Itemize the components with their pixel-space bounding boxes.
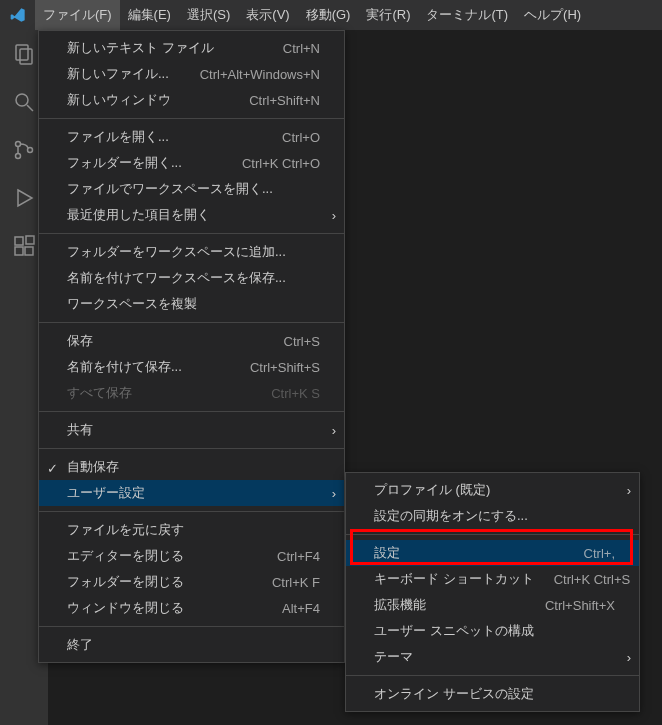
- menuitem-auto-save[interactable]: ✓自動保存: [39, 454, 344, 480]
- menuitem-snippets[interactable]: ユーザー スニペットの構成: [346, 618, 639, 644]
- menuitem-save[interactable]: 保存Ctrl+S: [39, 328, 344, 354]
- svg-marker-7: [18, 190, 32, 206]
- menuitem-open-workspace[interactable]: ファイルでワークスペースを開く...: [39, 176, 344, 202]
- menu-go[interactable]: 移動(G): [298, 0, 359, 30]
- menu-help[interactable]: ヘルプ(H): [516, 0, 589, 30]
- menuitem-save-as[interactable]: 名前を付けて保存...Ctrl+Shift+S: [39, 354, 344, 380]
- menuitem-label: 設定: [374, 544, 564, 562]
- menuitem-new-text-file[interactable]: 新しいテキスト ファイルCtrl+N: [39, 35, 344, 61]
- svg-point-2: [16, 94, 28, 106]
- menuitem-open-recent[interactable]: 最近使用した項目を開く›: [39, 202, 344, 228]
- menuitem-theme[interactable]: テーマ›: [346, 644, 639, 670]
- menuitem-accel: Ctrl+K Ctrl+O: [242, 156, 320, 171]
- file-dropdown: 新しいテキスト ファイルCtrl+N 新しいファイル...Ctrl+Alt+Wi…: [38, 30, 345, 663]
- menu-file[interactable]: ファイル(F): [35, 0, 120, 30]
- menuitem-label: フォルダーを閉じる: [67, 573, 252, 591]
- menuitem-exit[interactable]: 終了: [39, 632, 344, 658]
- menu-edit[interactable]: 編集(E): [120, 0, 179, 30]
- chevron-right-icon: ›: [332, 423, 336, 438]
- svg-point-5: [16, 154, 21, 159]
- svg-rect-9: [15, 247, 23, 255]
- menu-separator: [39, 411, 344, 412]
- chevron-right-icon: ›: [332, 208, 336, 223]
- menuitem-new-window[interactable]: 新しいウィンドウCtrl+Shift+N: [39, 87, 344, 113]
- menuitem-accel: Ctrl+K F: [272, 575, 320, 590]
- menuitem-settings[interactable]: 設定Ctrl+,: [346, 540, 639, 566]
- menuitem-label: キーボード ショートカット: [374, 570, 534, 588]
- menuitem-label: テーマ: [374, 648, 615, 666]
- menu-separator: [346, 675, 639, 676]
- menuitem-label: 名前を付けて保存...: [67, 358, 230, 376]
- menuitem-share[interactable]: 共有›: [39, 417, 344, 443]
- menuitem-accel: Ctrl+N: [283, 41, 320, 56]
- menuitem-label: 名前を付けてワークスペースを保存...: [67, 269, 320, 287]
- menuitem-label: 設定の同期をオンにする...: [374, 507, 615, 525]
- menu-separator: [39, 626, 344, 627]
- menuitem-profile[interactable]: プロファイル (既定)›: [346, 477, 639, 503]
- check-icon: ✓: [47, 461, 59, 473]
- svg-rect-8: [15, 237, 23, 245]
- menu-separator: [39, 233, 344, 234]
- menuitem-label: ファイルを元に戻す: [67, 521, 320, 539]
- menuitem-label: 保存: [67, 332, 264, 350]
- menuitem-label: ファイルを開く...: [67, 128, 262, 146]
- menu-separator: [39, 118, 344, 119]
- menuitem-preferences[interactable]: ユーザー設定›: [39, 480, 344, 506]
- menuitem-accel: Ctrl+Shift+S: [250, 360, 320, 375]
- menuitem-extensions[interactable]: 拡張機能Ctrl+Shift+X: [346, 592, 639, 618]
- menuitem-save-workspace[interactable]: 名前を付けてワークスペースを保存...: [39, 265, 344, 291]
- menu-separator: [39, 322, 344, 323]
- menuitem-add-folder[interactable]: フォルダーをワークスペースに追加...: [39, 239, 344, 265]
- menuitem-keyboard[interactable]: キーボード ショートカットCtrl+K Ctrl+S: [346, 566, 639, 592]
- menuitem-accel: Ctrl+F4: [277, 549, 320, 564]
- menuitem-accel: Ctrl+K Ctrl+S: [554, 572, 631, 587]
- menuitem-label: オンライン サービスの設定: [374, 685, 615, 703]
- menuitem-label: 終了: [67, 636, 320, 654]
- menu-run[interactable]: 実行(R): [358, 0, 418, 30]
- menu-terminal[interactable]: ターミナル(T): [418, 0, 516, 30]
- menuitem-new-file[interactable]: 新しいファイル...Ctrl+Alt+Windows+N: [39, 61, 344, 87]
- menuitem-accel: Ctrl+S: [284, 334, 320, 349]
- chevron-right-icon: ›: [332, 486, 336, 501]
- preferences-submenu: プロファイル (既定)› 設定の同期をオンにする... 設定Ctrl+, キーボ…: [345, 472, 640, 712]
- titlebar: ファイル(F) 編集(E) 選択(S) 表示(V) 移動(G) 実行(R) ター…: [0, 0, 662, 30]
- menuitem-dup-workspace[interactable]: ワークスペースを複製: [39, 291, 344, 317]
- menuitem-label: エディターを閉じる: [67, 547, 257, 565]
- menuitem-accel: Alt+F4: [282, 601, 320, 616]
- menu-separator: [39, 448, 344, 449]
- menuitem-close-window[interactable]: ウィンドウを閉じるAlt+F4: [39, 595, 344, 621]
- menuitem-revert[interactable]: ファイルを元に戻す: [39, 517, 344, 543]
- vscode-logo-icon: [0, 7, 35, 23]
- menuitem-accel: Ctrl+K S: [271, 386, 320, 401]
- menuitem-label: ファイルでワークスペースを開く...: [67, 180, 320, 198]
- menuitem-label: ウィンドウを閉じる: [67, 599, 262, 617]
- chevron-right-icon: ›: [627, 483, 631, 498]
- menuitem-close-editor[interactable]: エディターを閉じるCtrl+F4: [39, 543, 344, 569]
- menu-view[interactable]: 表示(V): [238, 0, 297, 30]
- menuitem-label: 共有: [67, 421, 320, 439]
- svg-point-4: [16, 142, 21, 147]
- menuitem-open-file[interactable]: ファイルを開く...Ctrl+O: [39, 124, 344, 150]
- menuitem-online[interactable]: オンライン サービスの設定: [346, 681, 639, 707]
- menuitem-label: 新しいファイル...: [67, 65, 180, 83]
- menubar: ファイル(F) 編集(E) 選択(S) 表示(V) 移動(G) 実行(R) ター…: [35, 0, 589, 30]
- svg-line-3: [27, 105, 33, 111]
- menu-separator: [346, 534, 639, 535]
- menuitem-accel: Ctrl+Shift+N: [249, 93, 320, 108]
- menuitem-label: 拡張機能: [374, 596, 525, 614]
- menuitem-close-folder[interactable]: フォルダーを閉じるCtrl+K F: [39, 569, 344, 595]
- svg-rect-10: [25, 247, 33, 255]
- menuitem-label: フォルダーをワークスペースに追加...: [67, 243, 320, 261]
- menuitem-accel: Ctrl+Shift+X: [545, 598, 615, 613]
- menuitem-label: プロファイル (既定): [374, 481, 615, 499]
- menuitem-sync[interactable]: 設定の同期をオンにする...: [346, 503, 639, 529]
- menuitem-open-folder[interactable]: フォルダーを開く...Ctrl+K Ctrl+O: [39, 150, 344, 176]
- chevron-right-icon: ›: [627, 650, 631, 665]
- svg-point-6: [28, 148, 33, 153]
- menuitem-label: ユーザー設定: [67, 484, 320, 502]
- menuitem-label: 自動保存: [67, 458, 320, 476]
- svg-rect-0: [16, 45, 28, 60]
- menuitem-label: 新しいウィンドウ: [67, 91, 229, 109]
- menu-selection[interactable]: 選択(S): [179, 0, 238, 30]
- menuitem-accel: Ctrl+O: [282, 130, 320, 145]
